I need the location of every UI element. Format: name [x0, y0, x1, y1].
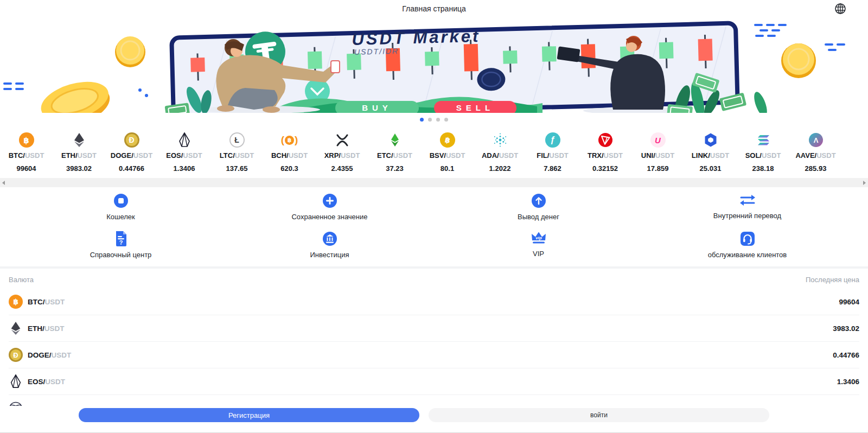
ticker-price: 238.18	[737, 164, 789, 173]
menu-item-internal-transfer[interactable]: Внутренний перевод	[643, 193, 852, 221]
ticker-item-eth[interactable]: ETH/USDT 3983.02	[53, 131, 105, 173]
col-last-price: Последняя цена	[806, 276, 859, 284]
menu-item-deposit[interactable]: Сохраненное значение	[225, 193, 434, 221]
xrp-icon	[335, 132, 350, 148]
table-row-doge[interactable]: Ð DOGE/USDT 0.44766	[9, 342, 859, 368]
ticker-price: 620.3	[263, 164, 316, 173]
btc-icon: ฿	[9, 295, 23, 309]
ticker-item-bsv[interactable]: ฿ BSV/USDT 80.1	[421, 131, 474, 173]
carousel-dots[interactable]	[420, 118, 448, 122]
menu-item-customer-service[interactable]: обслуживание клиентов	[643, 231, 852, 259]
bch-icon: (฿)	[281, 134, 298, 146]
svg-text:vip: vip	[535, 235, 542, 240]
row-price: 99604	[839, 298, 859, 306]
ticker-price: 0.44766	[105, 164, 158, 173]
carousel-dot[interactable]	[428, 118, 432, 122]
table-row-eth[interactable]: ETH/USDT 3983.02	[9, 315, 859, 342]
row-price: 1.3406	[837, 378, 859, 386]
eth-icon	[72, 132, 87, 148]
sell-label: SELL	[456, 103, 494, 112]
carousel-dot[interactable]	[420, 118, 424, 122]
ticker-price: 99604	[0, 164, 53, 173]
register-button[interactable]: Регистрация	[79, 408, 419, 422]
row-price: 0.44766	[833, 351, 859, 359]
ada-icon	[493, 132, 508, 148]
ticker-price: 1.2022	[474, 164, 526, 173]
ticker-price: 285.93	[789, 164, 842, 173]
menu-item-withdraw[interactable]: Вывод денег	[434, 193, 643, 221]
ticker-item-uni[interactable]: U UNI/USDT 17.859	[631, 131, 684, 173]
withdraw-icon	[531, 193, 547, 209]
table-row-eos[interactable]: EOS/USDT 1.3406	[9, 368, 859, 395]
banner-subtitle: USDT/IDR	[354, 47, 399, 56]
deposit-icon	[322, 193, 338, 209]
carousel-dot[interactable]	[444, 118, 448, 122]
ticker-horizontal-scrollbar[interactable]	[0, 178, 868, 187]
internal-transfer-icon	[738, 193, 757, 208]
ticker-item-eos[interactable]: EOS/USDT 1.3406	[158, 131, 210, 173]
svg-text:?: ?	[119, 239, 123, 246]
menu-item-wallet[interactable]: Кошелек	[16, 193, 225, 221]
link-icon	[703, 132, 718, 148]
wallet-icon	[113, 193, 129, 209]
top-header: Главная страница	[0, 0, 868, 17]
buy-label: BUY	[362, 103, 392, 112]
ticker-price: 137.65	[210, 164, 263, 173]
ticker-price: 7.862	[526, 164, 579, 173]
help-center-icon: ?	[113, 231, 129, 247]
ticker-price: 1.3406	[158, 164, 210, 173]
scrollbar-left-arrow-icon[interactable]	[2, 181, 5, 185]
sol-icon	[756, 132, 771, 148]
doge-icon: Ð	[124, 132, 139, 148]
investment-icon	[322, 231, 338, 247]
vip-icon: vip	[529, 231, 548, 246]
bsv-icon: ฿	[438, 131, 456, 149]
ticker-item-etc[interactable]: ETC/USDT 37.23	[368, 131, 421, 173]
globe-language-icon[interactable]	[834, 3, 846, 15]
ticker-price: 37.23	[368, 164, 421, 173]
table-row-btc[interactable]: ฿ BTC/USDT 99604	[9, 289, 859, 315]
login-button[interactable]: войти	[429, 408, 769, 422]
eos-icon	[9, 374, 23, 389]
ticker-item-aave[interactable]: Λ AAVE/USDT 285.93	[789, 131, 842, 173]
table-header-row: Валюта Последняя цена	[9, 269, 859, 289]
ticker-item-fil[interactable]: ƒ FIL/USDT 7.862	[526, 131, 579, 173]
doge-icon: Ð	[9, 348, 23, 362]
etc-icon	[387, 132, 403, 148]
ticker-item-btc[interactable]: ฿ BTC/USDT 99604	[0, 131, 53, 173]
menu-item-help-center[interactable]: ? Справочный центр	[16, 231, 225, 259]
btc-icon: ฿	[19, 132, 34, 148]
fil-icon: ƒ	[545, 132, 560, 148]
ticker-item-trx[interactable]: TRX/USDT 0.32152	[579, 131, 631, 173]
banner-title: USDT Market	[352, 27, 481, 49]
page-title: Главная страница	[402, 4, 466, 13]
ticker-item-bch[interactable]: (฿) BCH/USDT 620.3	[263, 131, 316, 173]
aave-icon: Λ	[808, 132, 824, 148]
uni-icon: U	[650, 132, 666, 148]
col-currency: Валюта	[9, 276, 34, 284]
ltc-icon: Ł	[229, 132, 245, 148]
ticker-price: 0.32152	[579, 164, 631, 173]
customer-service-icon	[739, 231, 756, 247]
carousel-dot[interactable]	[436, 118, 440, 122]
ticker-price: 25.031	[684, 164, 737, 173]
market-table: Валюта Последняя цена ฿ BTC/USDT 99604 E…	[0, 269, 868, 422]
svg-text:Λ: Λ	[813, 136, 818, 144]
eos-icon	[177, 132, 192, 148]
ticker-item-ada[interactable]: ADA/USDT 1.2022	[474, 131, 526, 173]
scrollbar-right-arrow-icon[interactable]	[863, 181, 866, 185]
trx-icon	[598, 132, 613, 148]
eth-icon	[9, 321, 23, 335]
menu-item-investment[interactable]: Инвестиция	[225, 231, 434, 259]
ticker-item-xrp[interactable]: XRP/USDT 2.4355	[316, 131, 368, 173]
banner-illustration: USDT Market USDT/IDR BUY SELL	[0, 20, 868, 113]
ticker-price: 80.1	[421, 164, 474, 173]
ticker-item-doge[interactable]: Ð DOGE/USDT 0.44766	[105, 131, 158, 173]
row-price: 3983.02	[833, 324, 859, 333]
ticker-item-ltc[interactable]: Ł LTC/USDT 137.65	[210, 131, 263, 173]
ticker-item-link[interactable]: LINK/USDT 25.031	[684, 131, 737, 173]
footer-bar: Регистрация войти	[0, 406, 868, 433]
hero-banner: USDT Market USDT/IDR BUY SELL	[0, 17, 868, 125]
menu-item-vip[interactable]: vip VIP	[434, 231, 643, 259]
ticker-item-sol[interactable]: SOL/USDT 238.18	[737, 131, 789, 173]
